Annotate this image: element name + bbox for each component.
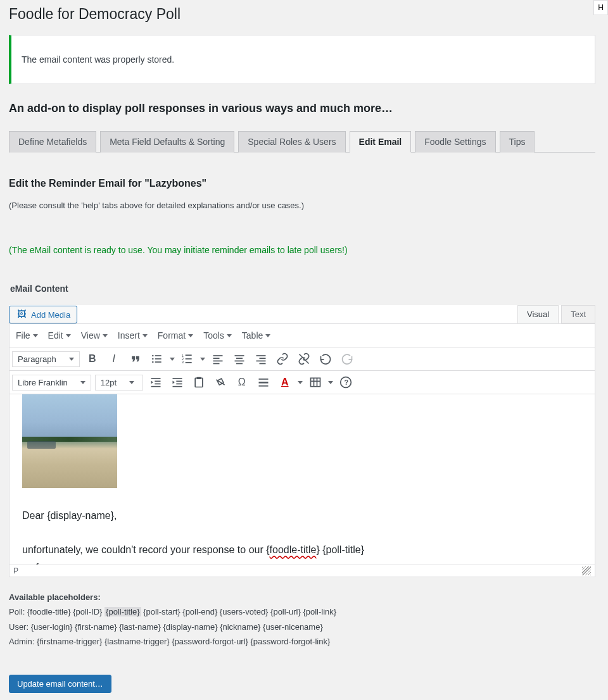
indent-button[interactable]	[168, 373, 186, 391]
bullet-list-caret[interactable]	[170, 358, 175, 361]
svg-rect-37	[258, 385, 268, 387]
format-select[interactable]: Paragraph	[12, 351, 80, 367]
special-char-button[interactable]: Ω	[233, 373, 251, 391]
tab-special-roles[interactable]: Special Roles & Users	[238, 131, 345, 153]
placeholders-heading: Available placeholders:	[9, 592, 101, 602]
svg-point-2	[152, 358, 154, 360]
toolbar-2: Libre Franklin 12pt Ω A ?	[9, 371, 595, 394]
poll-label: Poll:	[9, 607, 25, 616]
update-email-button[interactable]: Update email content…	[9, 675, 111, 693]
success-notice: The email content was properly stored.	[9, 35, 595, 84]
menu-tools[interactable]: Tools	[200, 328, 236, 343]
resize-handle[interactable]	[582, 566, 591, 575]
svg-rect-14	[213, 361, 222, 362]
tab-meta-field-defaults[interactable]: Meta Field Defaults & Sorting	[100, 131, 234, 153]
editor: Add Media Visual Text File Edit View Ins…	[9, 305, 595, 577]
tab-wrapper: Define Metafields Meta Field Defaults & …	[9, 128, 595, 153]
svg-rect-13	[213, 358, 219, 359]
table-caret[interactable]	[328, 381, 333, 384]
bullet-list-button[interactable]	[148, 350, 166, 368]
table-button[interactable]	[307, 373, 324, 391]
poll-items-a: {foodle-title} {poll-ID}	[27, 607, 104, 616]
svg-rect-36	[258, 382, 268, 384]
editor-content[interactable]: Dear {display-name}, unfortunately, we c…	[9, 394, 595, 565]
redo-button[interactable]	[338, 350, 356, 368]
text-color-button[interactable]: A	[276, 373, 294, 391]
svg-rect-26	[155, 381, 160, 382]
tab-define-metafields[interactable]: Define Metafields	[9, 131, 96, 153]
svg-rect-20	[256, 355, 265, 356]
svg-rect-3	[155, 358, 161, 359]
numbered-list-button[interactable]: 123	[179, 350, 196, 368]
unlink-button[interactable]	[295, 350, 313, 368]
svg-rect-31	[176, 384, 182, 385]
svg-rect-15	[213, 363, 219, 365]
media-icon	[16, 309, 27, 320]
menu-edit[interactable]: Edit	[44, 328, 75, 343]
svg-rect-30	[176, 381, 182, 382]
admin-label: Admin:	[9, 637, 34, 646]
email-greeting: Dear {display-name},	[22, 507, 582, 524]
toolbar-1: Paragraph B I 123	[9, 347, 595, 371]
help-icon-button[interactable]: ?	[337, 373, 355, 391]
add-media-label: Add Media	[31, 310, 70, 320]
svg-rect-11	[185, 362, 191, 363]
outdent-button[interactable]	[147, 373, 165, 391]
svg-rect-23	[259, 363, 265, 365]
tab-tips[interactable]: Tips	[500, 131, 535, 153]
menu-format[interactable]: Format	[154, 328, 197, 343]
svg-rect-28	[151, 386, 160, 387]
svg-rect-29	[172, 378, 182, 379]
clear-format-button[interactable]	[212, 373, 229, 391]
editor-tab-text[interactable]: Text	[561, 305, 595, 323]
svg-rect-21	[259, 358, 265, 359]
add-media-button[interactable]: Add Media	[9, 306, 77, 323]
svg-rect-19	[236, 363, 243, 365]
undo-button[interactable]	[317, 350, 334, 368]
email-line-2: so far	[22, 559, 582, 565]
fontsize-select[interactable]: 12pt	[95, 375, 143, 391]
svg-rect-27	[155, 384, 160, 385]
numbered-list-caret[interactable]	[200, 358, 205, 361]
poll-items-b: {poll-start} {poll-end} {users-voted} {p…	[141, 607, 337, 616]
subtitle: An add-on to display poll responses in v…	[9, 102, 595, 115]
menu-table[interactable]: Table	[238, 328, 274, 343]
svg-rect-32	[172, 386, 182, 387]
tab-edit-email[interactable]: Edit Email	[350, 131, 412, 153]
menu-insert[interactable]: Insert	[114, 328, 151, 343]
align-left-button[interactable]	[209, 350, 227, 368]
hr-button[interactable]	[255, 373, 272, 391]
svg-point-4	[152, 361, 154, 363]
svg-point-0	[152, 355, 154, 357]
help-button[interactable]: H	[593, 0, 608, 15]
notice-message: The email content was properly stored.	[22, 54, 174, 65]
align-center-button[interactable]	[231, 350, 248, 368]
user-label: User:	[9, 622, 28, 632]
beach-image[interactable]	[22, 394, 117, 488]
svg-rect-7	[185, 354, 191, 356]
svg-rect-5	[155, 361, 161, 363]
bold-button[interactable]: B	[84, 350, 101, 368]
svg-rect-38	[310, 378, 320, 386]
email-line-1: unfortunately, we couldn't record your r…	[22, 541, 582, 558]
svg-rect-18	[234, 361, 244, 362]
ready-text: (The eMail content is ready to use. You …	[9, 245, 595, 255]
menu-file[interactable]: File	[12, 328, 42, 343]
font-select[interactable]: Libre Franklin	[12, 375, 91, 391]
svg-rect-34	[196, 377, 201, 379]
placeholders-section: Available placeholders: Poll: {foodle-ti…	[9, 590, 595, 649]
svg-rect-1	[155, 355, 161, 356]
svg-rect-25	[151, 378, 160, 379]
editor-tab-visual[interactable]: Visual	[517, 305, 559, 323]
text-color-caret[interactable]	[298, 381, 303, 384]
blockquote-button[interactable]	[127, 350, 144, 368]
align-right-button[interactable]	[252, 350, 270, 368]
svg-rect-35	[258, 378, 268, 380]
editor-status-bar: P	[9, 565, 595, 577]
link-button[interactable]	[274, 350, 291, 368]
tab-foodle-settings[interactable]: Foodle Settings	[415, 131, 495, 153]
paste-button[interactable]	[190, 373, 208, 391]
italic-button[interactable]: I	[105, 350, 123, 368]
menu-view[interactable]: View	[77, 328, 111, 343]
section-title: Edit the Reminder Email for "Lazybones"	[9, 178, 595, 189]
